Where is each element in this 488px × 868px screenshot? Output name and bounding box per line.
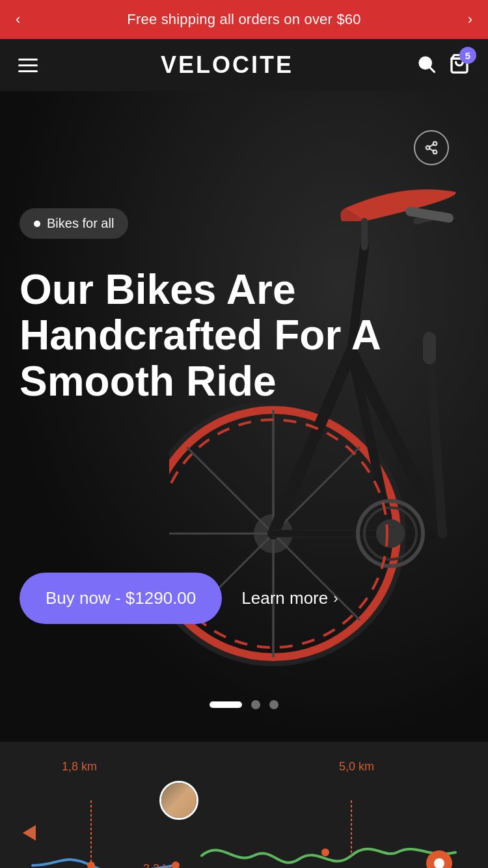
hero-section: Bikes for all Our Bikes Are Handcrafted … bbox=[0, 91, 488, 742]
badge-text: Bikes for all bbox=[47, 216, 114, 231]
header-icons: 5 bbox=[416, 53, 470, 77]
avatar-pin-1[interactable] bbox=[159, 781, 198, 820]
learn-more-arrow: › bbox=[333, 590, 338, 607]
announcement-text: Free shipping all orders on over $60 bbox=[127, 11, 360, 28]
avatar-face-1 bbox=[161, 783, 197, 818]
share-icon[interactable] bbox=[414, 130, 449, 165]
hero-badge: Bikes for all bbox=[20, 208, 128, 239]
km-label-1: 1,8 km bbox=[62, 760, 97, 774]
km-label-2: 3,2 km bbox=[143, 862, 178, 868]
buy-now-button[interactable]: Buy now - $1290.00 bbox=[20, 573, 222, 624]
search-icon[interactable] bbox=[416, 54, 436, 76]
tracking-section: 1,8 km 3,2 km 5,0 km bbox=[0, 742, 488, 868]
location-icon bbox=[426, 850, 452, 868]
hero-cta: Buy now - $1290.00 Learn more › bbox=[20, 573, 468, 624]
svg-point-24 bbox=[321, 848, 329, 856]
route-map bbox=[0, 781, 488, 868]
learn-more-button[interactable]: Learn more › bbox=[241, 588, 338, 608]
svg-line-1 bbox=[430, 68, 435, 72]
svg-line-20 bbox=[429, 148, 433, 151]
svg-line-21 bbox=[429, 144, 433, 147]
cart-icon[interactable]: 5 bbox=[449, 53, 470, 77]
hero-headline: Our Bikes Are Handcrafted For A Smooth R… bbox=[20, 267, 468, 404]
carousel-dots bbox=[210, 700, 278, 709]
km-label-3: 5,0 km bbox=[339, 760, 374, 774]
header: VELOCITE 5 bbox=[0, 39, 488, 91]
announcement-bar: ‹ Free shipping all orders on over $60 › bbox=[0, 0, 488, 39]
route-start-marker bbox=[23, 825, 36, 841]
announcement-prev-arrow[interactable]: ‹ bbox=[16, 11, 20, 28]
carousel-dot-3[interactable] bbox=[269, 700, 278, 709]
carousel-dot-2[interactable] bbox=[251, 700, 260, 709]
learn-more-label: Learn more bbox=[241, 588, 328, 608]
svg-point-13 bbox=[376, 519, 405, 548]
badge-dot bbox=[34, 221, 40, 227]
carousel-dot-1[interactable] bbox=[210, 701, 242, 708]
announcement-next-arrow[interactable]: › bbox=[468, 11, 472, 28]
logo: VELOCITE bbox=[161, 51, 293, 79]
cart-badge: 5 bbox=[459, 47, 476, 64]
hamburger-icon[interactable] bbox=[18, 59, 38, 72]
